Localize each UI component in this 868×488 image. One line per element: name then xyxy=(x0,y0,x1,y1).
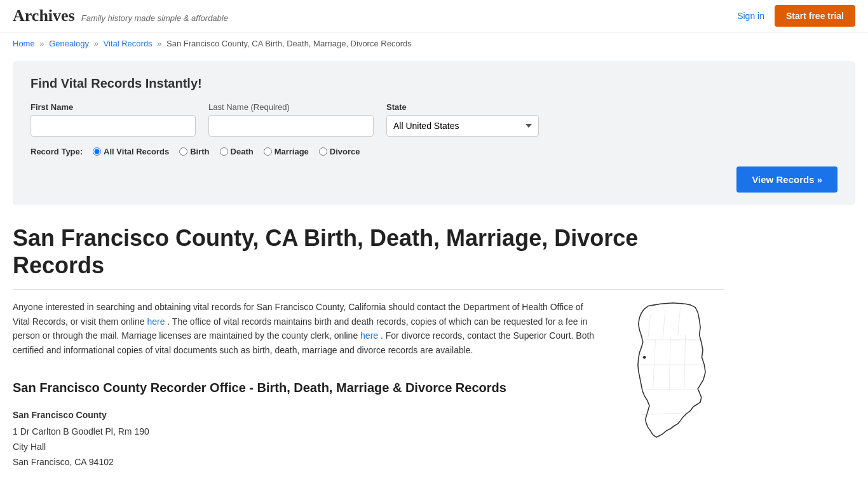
site-header: Archives Family history made simple & af… xyxy=(0,0,868,32)
description-text: Anyone interested in searching and obtai… xyxy=(13,300,597,357)
site-logo: Archives xyxy=(13,6,75,25)
recorder-name: San Francisco County xyxy=(13,408,597,422)
content-divider xyxy=(13,289,724,290)
start-trial-button[interactable]: Start free trial xyxy=(775,5,855,27)
state-group: State All United States xyxy=(386,102,539,137)
california-map xyxy=(616,300,724,442)
content-description: Anyone interested in searching and obtai… xyxy=(13,300,597,470)
record-type-row: Record Type: All Vital Records Birth Dea… xyxy=(31,147,837,156)
site-tagline: Family history made simple & affordable xyxy=(81,13,228,23)
view-records-button[interactable]: View Records » xyxy=(736,166,837,193)
search-title: Find Vital Records Instantly! xyxy=(31,76,837,91)
svg-point-0 xyxy=(643,356,646,359)
main-content: San Francisco County, CA Birth, Death, M… xyxy=(0,218,737,477)
breadcrumb-current: San Francisco County, CA Birth, Death, M… xyxy=(166,39,412,48)
record-type-birth[interactable]: Birth xyxy=(179,147,209,156)
search-box: Find Vital Records Instantly! First Name… xyxy=(13,61,855,205)
state-select[interactable]: All United States xyxy=(386,115,539,137)
recorder-section: San Francisco County Recorder Office - B… xyxy=(13,377,597,470)
breadcrumb: Home » Genealogy » Vital Records » San F… xyxy=(0,32,868,55)
record-type-label: Record Type: xyxy=(31,147,83,156)
breadcrumb-vital-records[interactable]: Vital Records xyxy=(104,39,153,48)
here-link-1[interactable]: here xyxy=(147,316,165,327)
breadcrumb-sep1: » xyxy=(39,39,44,48)
recorder-address-line1: 1 Dr Carlton B Goodlet Pl, Rm 190 xyxy=(13,424,597,440)
recorder-section-title: San Francisco County Recorder Office - B… xyxy=(13,377,597,398)
record-type-death[interactable]: Death xyxy=(220,147,254,156)
breadcrumb-sep2: » xyxy=(94,39,98,48)
record-type-all[interactable]: All Vital Records xyxy=(93,147,169,156)
record-type-divorce[interactable]: Divorce xyxy=(319,147,360,156)
breadcrumb-genealogy[interactable]: Genealogy xyxy=(49,39,89,48)
state-label: State xyxy=(386,102,539,112)
recorder-address-line2: City Hall xyxy=(13,440,597,455)
first-name-group: First Name xyxy=(31,102,196,137)
breadcrumb-home[interactable]: Home xyxy=(13,39,35,48)
here-link-2[interactable]: here xyxy=(360,330,378,341)
header-actions: Sign in Start free trial xyxy=(737,5,855,27)
content-layout: Anyone interested in searching and obtai… xyxy=(13,300,724,470)
sign-in-link[interactable]: Sign in xyxy=(737,11,764,21)
breadcrumb-sep3: » xyxy=(157,39,161,48)
last-name-input[interactable] xyxy=(208,115,374,137)
last-name-label: Last Name (Required) xyxy=(208,102,374,112)
last-name-group: Last Name (Required) xyxy=(208,102,374,137)
page-title: San Francisco County, CA Birth, Death, M… xyxy=(13,224,724,279)
recorder-address-line3: San Francisco, CA 94102 xyxy=(13,455,597,470)
header-logo-area: Archives Family history made simple & af… xyxy=(13,6,228,25)
first-name-label: First Name xyxy=(31,102,196,112)
first-name-input[interactable] xyxy=(31,115,196,137)
search-footer: View Records » xyxy=(31,166,837,193)
search-fields: First Name Last Name (Required) State Al… xyxy=(31,102,837,137)
record-type-marriage[interactable]: Marriage xyxy=(264,147,309,156)
recorder-address: 1 Dr Carlton B Goodlet Pl, Rm 190 City H… xyxy=(13,424,597,470)
